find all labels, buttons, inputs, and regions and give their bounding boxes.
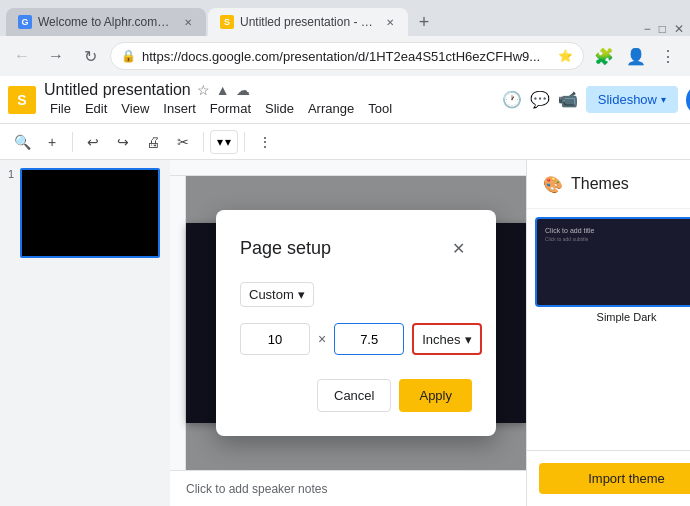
modal-title: Page setup [240,238,331,259]
themes-panel-title: Themes [571,175,629,193]
slides-ui: S Untitled presentation ☆ ▲ ☁ File Edit … [0,76,690,506]
tab-1-close[interactable]: ✕ [182,14,194,30]
modal-header: Page setup ✕ [240,234,472,262]
unit-dropdown[interactable]: Inches ▾ [412,323,481,355]
tab-2[interactable]: S Untitled presentation - Google S... ✕ [208,8,408,36]
modal-overlay: Page setup ✕ Custom ▾ [186,176,526,470]
modal-actions: Cancel Apply [240,379,472,412]
header-actions: 🕐 💬 📹 Slideshow ▾ A [502,84,690,116]
settings-btn[interactable]: ⋮ [654,42,682,70]
themes-header: 🎨 Themes ✕ [527,160,690,209]
menu-slide[interactable]: Slide [259,99,300,118]
app-title-area: Untitled presentation ☆ ▲ ☁ File Edit Vi… [44,81,398,118]
cloud-icon[interactable]: ☁ [236,82,250,98]
star-icon[interactable]: ☆ [197,82,210,98]
new-tab-button[interactable]: + [410,8,438,36]
toolbar-more[interactable]: ⋮ [251,128,279,156]
window-close-btn[interactable]: ✕ [674,22,684,36]
nav-bar: ← → ↻ 🔒 https://docs.google.com/presenta… [0,36,690,76]
toolbar-redo[interactable]: ↪ [109,128,137,156]
theme-preview-title: Click to add title [545,227,690,234]
toolbar-paintformat[interactable]: ✂ [169,128,197,156]
forward-button[interactable]: → [42,42,70,70]
dimension-separator: × [318,331,326,347]
dimensions-row: × Inches ▾ [240,323,472,355]
canvas-with-ruler: Click to add title Click to add subtitle… [170,176,526,470]
app-logo: S [8,86,36,114]
height-input[interactable] [334,323,404,355]
ruler-vertical [170,176,186,470]
menu-file[interactable]: File [44,99,77,118]
width-input[interactable] [240,323,310,355]
app-menu: File Edit View Insert Format Slide Arran… [44,99,398,118]
themes-panel: 🎨 Themes ✕ Click to add title Click to a… [526,160,690,506]
tab-1-label: Welcome to Alphr.com - Google ... [38,15,172,29]
themes-footer: Import theme [527,450,690,506]
maximize-btn[interactable]: □ [659,22,666,36]
zoom-value: ▾ [217,135,223,149]
toolbar-print[interactable]: 🖨 [139,128,167,156]
preset-dropdown[interactable]: Custom ▾ [240,282,314,307]
slide-thumbnail-1[interactable] [20,168,160,258]
theme-name-simple-dark: Simple Dark [535,311,690,323]
toolbar-undo[interactable]: ↩ [79,128,107,156]
themes-content: Click to add title Click to add subtitle… [527,209,690,450]
preset-label: Custom [249,287,294,302]
menu-format[interactable]: Format [204,99,257,118]
toolbar-search[interactable]: 🔍 [8,128,36,156]
menu-edit[interactable]: Edit [79,99,113,118]
menu-arrange[interactable]: Arrange [302,99,360,118]
minimize-btn[interactable]: − [644,22,651,36]
toolbar: 🔍 + ↩ ↪ 🖨 ✂ ▾ ▾ ⋮ [0,124,690,160]
modal-close-button[interactable]: ✕ [444,234,472,262]
extensions-btn[interactable]: 🧩 [590,42,618,70]
toolbar-sep-1 [72,132,73,152]
address-bar[interactable]: 🔒 https://docs.google.com/presentation/d… [110,42,584,70]
tab-2-label: Untitled presentation - Google S... [240,15,374,29]
slide-canvas: Click to add title Click to add subtitle… [170,160,526,506]
tab-1[interactable]: G Welcome to Alphr.com - Google ... ✕ [6,8,206,36]
unit-label: Inches [422,332,460,347]
speaker-notes-placeholder: Click to add speaker notes [186,482,327,496]
history-icon[interactable]: 🕐 [502,90,522,109]
theme-preview-simple-dark[interactable]: Click to add title Click to add subtitle [535,217,690,307]
slide-number-1: 1 [8,168,14,180]
toolbar-sep-3 [244,132,245,152]
slideshow-button[interactable]: Slideshow ▾ [586,86,678,113]
theme-simple-dark: Click to add title Click to add subtitle… [535,217,690,323]
tab-2-close[interactable]: ✕ [384,14,396,30]
canvas-main: Click to add title Click to add subtitle… [186,176,526,470]
cancel-button[interactable]: Cancel [317,379,391,412]
user-avatar[interactable]: A [686,84,690,116]
browser-chrome: G Welcome to Alphr.com - Google ... ✕ S … [0,0,690,76]
drive-icon[interactable]: ▲ [216,82,230,98]
import-theme-button[interactable]: Import theme [539,463,690,494]
back-button[interactable]: ← [8,42,36,70]
slide-1-container: 1 [8,168,162,258]
page-setup-modal: Page setup ✕ Custom ▾ [216,210,496,436]
comment-icon[interactable]: 💬 [530,90,550,109]
present-icon[interactable]: 📹 [558,90,578,109]
speaker-notes[interactable]: Click to add speaker notes [170,470,526,506]
toolbar-add[interactable]: + [38,128,66,156]
slideshow-arrow[interactable]: ▾ [661,94,666,105]
app-title: Untitled presentation [44,81,191,99]
ruler-horizontal [170,160,526,176]
app-area: S Untitled presentation ☆ ▲ ☁ File Edit … [0,76,690,506]
menu-tool[interactable]: Tool [362,99,398,118]
preset-arrow: ▾ [298,287,305,302]
unit-arrow: ▾ [465,332,472,347]
nav-actions: 🧩 👤 ⋮ [590,42,682,70]
slideshow-label: Slideshow [598,92,657,107]
zoom-selector[interactable]: ▾ ▾ [210,130,238,154]
themes-close-button[interactable]: ✕ [686,172,690,196]
zoom-arrow: ▾ [225,135,231,149]
tab-bar: G Welcome to Alphr.com - Google ... ✕ S … [0,0,690,36]
menu-insert[interactable]: Insert [157,99,202,118]
app-header: S Untitled presentation ☆ ▲ ☁ File Edit … [0,76,690,124]
theme-preview-sub: Click to add subtitle [545,236,690,242]
apply-button[interactable]: Apply [399,379,472,412]
refresh-button[interactable]: ↻ [76,42,104,70]
profile-btn[interactable]: 👤 [622,42,650,70]
menu-view[interactable]: View [115,99,155,118]
